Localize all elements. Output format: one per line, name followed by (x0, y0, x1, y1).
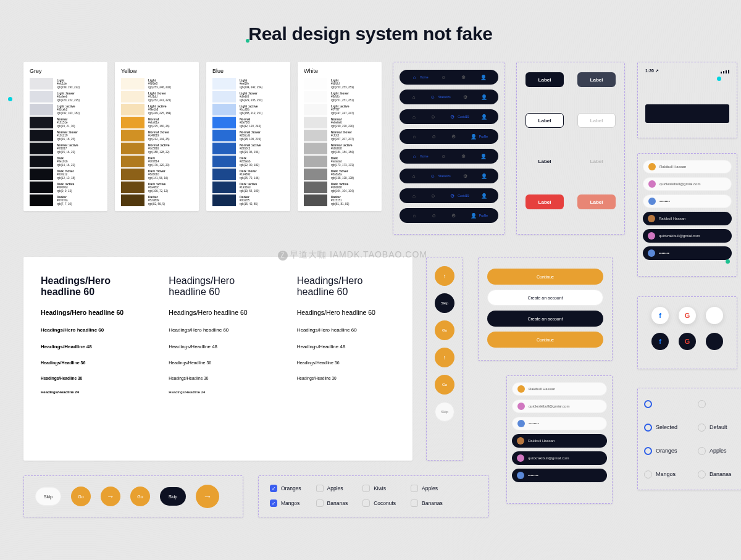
nav-item[interactable]: ☺ (429, 112, 437, 121)
nav-item[interactable]: ⌂ (410, 211, 419, 220)
radio-empty-off[interactable] (698, 396, 739, 412)
input-name-dark[interactable]: Rakibull Hassan (643, 212, 732, 225)
nav-item[interactable]: ⚙ (450, 132, 458, 141)
radio-apples[interactable]: Apples (698, 443, 739, 459)
nav-item[interactable]: 👤 (480, 112, 488, 121)
nav-item[interactable]: 👤Profile (469, 211, 488, 220)
checkbox[interactable]: Coconuts (362, 499, 396, 507)
fab-skip-light[interactable]: Skip (435, 402, 454, 422)
nav-item[interactable]: ☺ (430, 132, 438, 141)
apple-icon[interactable] (706, 307, 723, 324)
fab-up-2[interactable]: ↑ (435, 348, 454, 367)
button-dark[interactable]: Label (525, 72, 564, 87)
radio-selected[interactable]: Selected (644, 419, 685, 435)
nav-item[interactable]: ☺Statistics (429, 93, 451, 101)
apple-icon-dark[interactable] (706, 333, 723, 350)
nav-item[interactable]: ⚙Covid19 (448, 191, 469, 200)
nav-item[interactable]: ⚙ (461, 172, 469, 180)
nav-icon: ☺ (429, 112, 437, 121)
go-button[interactable]: Go (71, 487, 91, 506)
create-dark[interactable]: Create an account (487, 311, 603, 327)
nav-item[interactable]: 👤 (480, 93, 488, 101)
color-swatch: Normal :hover#d49019rgb(212, 144, 25) (121, 130, 193, 141)
nav-item[interactable]: ☺ (440, 152, 448, 161)
facebook-icon-dark[interactable]: f (651, 333, 669, 350)
input-email[interactable]: quickrakibull@gmial.com (512, 399, 607, 413)
fab-go[interactable]: Go (435, 320, 454, 340)
nav-item[interactable]: ⌂ (409, 191, 418, 200)
checkbox[interactable]: ✓Mangos (270, 499, 301, 507)
nav-item[interactable]: ☺ (430, 211, 438, 220)
radio-oranges[interactable]: Oranges (644, 443, 685, 459)
typography-scale: Headings/Hero headline 60 Headings/Hero … (23, 257, 412, 461)
button-text-grey[interactable]: Label (577, 154, 616, 169)
nav-item[interactable]: ⌂Home (410, 152, 428, 161)
nav-item[interactable]: ⌂ (409, 93, 418, 101)
input-pass[interactable]: •••••••• (512, 417, 607, 430)
input-pass-dark[interactable]: •••••••• (643, 246, 732, 260)
checkbox[interactable]: Bananas (411, 499, 443, 507)
checkbox[interactable]: Kiwis (362, 485, 396, 492)
input-pass-light[interactable]: •••••••• (643, 194, 732, 208)
checkbox[interactable]: Apples (411, 485, 443, 492)
color-swatch: Dark :hover#8d6010rgb(141, 96, 16) (121, 169, 193, 180)
fab-up[interactable]: ↑ (435, 266, 454, 286)
radio-bananas[interactable]: Bananas (698, 466, 739, 482)
checkbox[interactable]: Apples (316, 485, 348, 492)
input-email-dark[interactable]: quickrakibull@gmial.com (643, 229, 732, 243)
nav-item[interactable]: ⌂Home (410, 73, 428, 81)
checkbox[interactable]: Bananas (316, 499, 348, 507)
button-text[interactable]: Label (525, 154, 564, 169)
navbar: ⌂☺Statistics⚙👤 (400, 169, 498, 183)
checkbox[interactable]: ✓Oranges (270, 485, 301, 492)
create-white[interactable]: Create an account (487, 290, 603, 306)
button-light-outline[interactable]: Label (577, 113, 616, 128)
nav-item[interactable]: ⌂ (409, 112, 418, 121)
button-red-soft[interactable]: Label (577, 194, 616, 209)
arrow-big[interactable]: → (196, 485, 219, 508)
fab-go-2[interactable]: Go (435, 375, 454, 395)
fab-skip-dark[interactable]: Skip (435, 293, 454, 313)
skip-dark[interactable]: Skip (160, 487, 186, 506)
input-name[interactable]: Rakibull Hassan (512, 382, 607, 396)
go-button-2[interactable]: Go (130, 487, 150, 506)
nav-item[interactable]: ⚙Covid19 (448, 112, 469, 121)
radio-empty-on[interactable] (644, 396, 685, 412)
continue-orange-2[interactable]: Continue (487, 332, 603, 348)
nav-icon: ⌂ (410, 132, 419, 141)
nav-item[interactable]: ☺Statistics (429, 172, 451, 180)
radio-default[interactable]: Default (698, 419, 739, 435)
nav-item[interactable]: ⚙ (459, 73, 468, 81)
input-name-dark[interactable]: Rakibull Hassan (512, 434, 607, 448)
skip-button[interactable]: Skip (35, 487, 61, 506)
nav-item[interactable]: ⚙ (461, 93, 469, 101)
facebook-icon[interactable]: f (651, 307, 669, 324)
continue-orange[interactable]: Continue (487, 269, 603, 285)
heading-48: Headings/Headline 48 (41, 344, 139, 349)
button-outline[interactable]: Label (525, 113, 564, 128)
nav-item[interactable]: ☺ (440, 73, 448, 81)
radio-mangos[interactable]: Mangos (644, 466, 685, 482)
nav-icon: ⚙ (450, 132, 458, 141)
input-email-light[interactable]: quickrakibull@gmial.com (643, 177, 732, 191)
nav-item[interactable]: ☺ (429, 191, 437, 200)
input-pass-dark[interactable]: •••••••• (512, 469, 607, 482)
input-email-dark[interactable]: quickrakibull@gmial.com (512, 451, 607, 465)
google-icon[interactable]: G (679, 307, 696, 324)
arrow-button[interactable]: → (101, 487, 120, 506)
nav-item[interactable]: 👤 (480, 172, 488, 180)
palette-title: Grey (30, 68, 101, 74)
nav-item[interactable]: 👤Profile (469, 132, 488, 141)
nav-item[interactable]: ⌂ (409, 172, 418, 180)
button-red[interactable]: Label (525, 194, 564, 209)
input-name-light[interactable]: Rakibull Hassan (643, 160, 732, 173)
nav-item[interactable]: ⌂ (410, 132, 419, 141)
nav-icon: 👤 (480, 112, 488, 121)
nav-item[interactable]: 👤 (479, 73, 488, 81)
nav-item[interactable]: ⚙ (459, 152, 468, 161)
nav-item[interactable]: ⚙ (450, 211, 458, 220)
google-icon-dark[interactable]: G (679, 333, 696, 350)
nav-item[interactable]: 👤 (479, 152, 488, 161)
button-soft-dark[interactable]: Label (577, 72, 616, 87)
nav-item[interactable]: 👤 (480, 191, 488, 200)
